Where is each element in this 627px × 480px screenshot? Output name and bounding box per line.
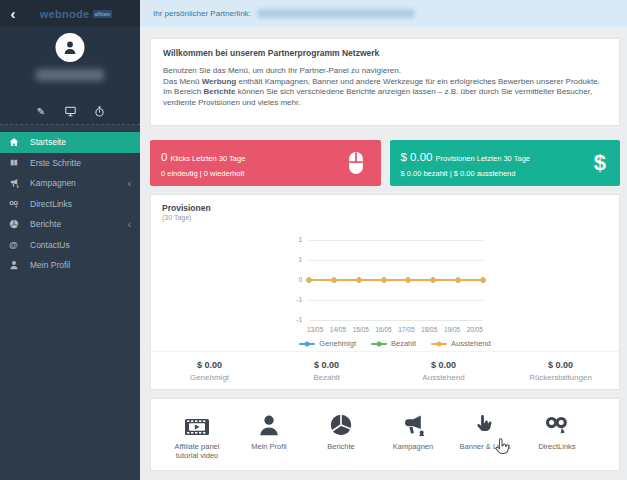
sidebar-item-directlinks[interactable]: DirectLinks <box>0 194 140 215</box>
shortcuts-card: Affiliate panel tutorial videoMein Profi… <box>150 398 620 471</box>
sidebar-menu: StartseiteErste SchritteKampagnen‹Direct… <box>0 125 140 276</box>
gridline-row: 1 <box>307 260 483 261</box>
summary-label: Rückerstattungen <box>502 373 619 382</box>
book-icon <box>9 158 24 168</box>
welcome-line: Das Menü Werbung enthält Kampagnen, Bann… <box>163 77 607 88</box>
series-line-ausstehend <box>309 279 483 281</box>
sidebar-item-startseite[interactable]: Startseite <box>0 132 140 153</box>
summary-genehmigt: $ 0.00Genehmigt <box>151 360 268 382</box>
summary-bezahlt: $ 0.00Bezahlt <box>268 360 385 382</box>
stat-value: 0 <box>161 151 167 163</box>
welcome-line: Benutzen Sie das Menü, um durch Ihr Part… <box>163 66 607 77</box>
shortcut-berichte[interactable]: Berichte <box>305 407 377 451</box>
chart-legend: GenehmigtBezahltAusstehend <box>307 339 483 348</box>
gridline <box>309 320 483 321</box>
summary-value: $ 0.00 <box>502 360 619 370</box>
timer-icon[interactable] <box>93 105 105 117</box>
sidebar: ‹ webnodeaffiliate ✎ StartseiteErste Sch… <box>0 0 140 480</box>
dollar-icon: $ <box>594 152 606 174</box>
link-icon <box>9 199 24 209</box>
megaphone-icon <box>9 178 24 188</box>
summary-r-ckerstattungen: $ 0.00Rückerstattungen <box>502 360 619 382</box>
shortcut-label: Mein Profil <box>233 442 305 451</box>
stats-row: 0Klicks Letzten 30 Tage0 eindeutig | 0 w… <box>150 140 620 186</box>
profile-section: ✎ <box>0 27 140 125</box>
sidebar-item-contactus[interactable]: @ContactUs <box>0 235 140 256</box>
sidebar-item-kampagnen[interactable]: Kampagnen‹ <box>0 173 140 194</box>
chart-title: Provisionen <box>162 203 608 213</box>
data-point <box>431 278 436 283</box>
sidebar-item-berichte[interactable]: Berichte‹ <box>0 214 140 235</box>
pie-chart-icon <box>9 219 24 229</box>
home-icon <box>9 137 24 147</box>
sidebar-item-mein-profil[interactable]: Mein Profil <box>0 255 140 276</box>
data-point <box>307 278 312 283</box>
legend-genehmigt: Genehmigt <box>299 339 356 348</box>
y-tick-label: -1 <box>287 296 302 303</box>
username-blurred <box>36 69 104 81</box>
shortcut-affiliate-panel-tutorial-video[interactable]: Affiliate panel tutorial video <box>161 407 233 460</box>
gridline <box>309 260 483 261</box>
affiliate-dashboard: ‹ webnodeaffiliate ✎ StartseiteErste Sch… <box>0 0 627 480</box>
legend-ausstehend: Ausstehend <box>431 339 491 348</box>
summary-label: Bezahlt <box>268 373 385 382</box>
stat-sub: 0 eindeutig | 0 wiederholt <box>161 169 370 178</box>
gridline-row: 1 <box>307 240 483 241</box>
shortcut-kampagnen[interactable]: Kampagnen <box>377 407 449 451</box>
gridline <box>309 240 483 241</box>
sidebar-item-erste-schritte[interactable]: Erste Schritte <box>0 153 140 174</box>
summary-label: Genehmigt <box>151 373 268 382</box>
shortcut-label: Affiliate panel tutorial video <box>161 442 233 460</box>
sidebar-item-label: Mein Profil <box>30 260 131 270</box>
legend-marker <box>371 343 387 345</box>
mouse-icon <box>345 150 367 176</box>
shortcut-directlinks[interactable]: DirectLinks <box>521 407 593 451</box>
collapse-sidebar-icon[interactable]: ‹ <box>0 2 26 26</box>
summary-value: $ 0.00 <box>151 360 268 370</box>
y-tick-label: -1 <box>287 316 302 323</box>
legend-bezahlt: Bezahlt <box>371 339 416 348</box>
edit-profile-icon[interactable]: ✎ <box>35 105 47 117</box>
x-tick-label: 18/05 <box>421 326 437 333</box>
gridline-row: -1 <box>307 300 483 301</box>
chevron-left-icon: ‹ <box>128 178 131 189</box>
sidebar-item-label: Erste Schritte <box>30 158 131 168</box>
sidebar-item-label: Startseite <box>30 137 131 147</box>
avatar <box>56 33 85 62</box>
shortcut-label: Kampagnen <box>377 442 449 451</box>
data-point <box>456 278 461 283</box>
data-point <box>331 278 336 283</box>
summary-ausstehend: $ 0.00Ausstehend <box>385 360 502 382</box>
pie-chart-icon <box>305 407 377 437</box>
monitor-icon[interactable] <box>64 105 76 117</box>
legend-marker <box>431 343 447 345</box>
data-point <box>356 278 361 283</box>
shortcut-mein-profil[interactable]: Mein Profil <box>233 407 305 451</box>
stat-headline: $ 0.00Provisionen Letzten 30 Tage <box>401 147 610 165</box>
data-point <box>481 278 486 283</box>
logo-brand: webnode <box>40 8 90 20</box>
shortcut-banner-links[interactable]: Banner & Links <box>449 407 521 451</box>
x-tick-label: 15/05 <box>353 326 369 333</box>
sidebar-item-label: Kampagnen <box>30 178 128 188</box>
at-icon: @ <box>9 240 24 250</box>
main-content: Willkommen bei unserem Partnerprogramm N… <box>140 27 627 480</box>
logo-badge: affiliate <box>93 10 113 18</box>
topbar: Ihr persönlicher Partnerlink: <box>140 0 627 27</box>
welcome-text: Benutzen Sie das Menü, um durch Ihr Part… <box>163 66 607 108</box>
legend-label: Bezahlt <box>391 339 416 348</box>
legend-label: Genehmigt <box>319 339 356 348</box>
stat-label: Provisionen Letzten 30 Tage <box>435 154 530 163</box>
summary-value: $ 0.00 <box>385 360 502 370</box>
chevron-left-icon: ‹ <box>128 219 131 230</box>
gridline-row: -1 <box>307 320 483 321</box>
user-icon <box>233 407 305 437</box>
hand-pointer-icon <box>449 407 521 437</box>
sidebar-item-label: DirectLinks <box>30 199 131 209</box>
chart-plot-area: 110-1-1 <box>307 239 483 323</box>
stat-value: $ 0.00 <box>401 151 433 163</box>
welcome-line: Im Bereich Berichte können Sie sich vers… <box>163 87 607 108</box>
user-icon <box>9 260 24 270</box>
data-point <box>381 278 386 283</box>
summary-label: Ausstehend <box>385 373 502 382</box>
